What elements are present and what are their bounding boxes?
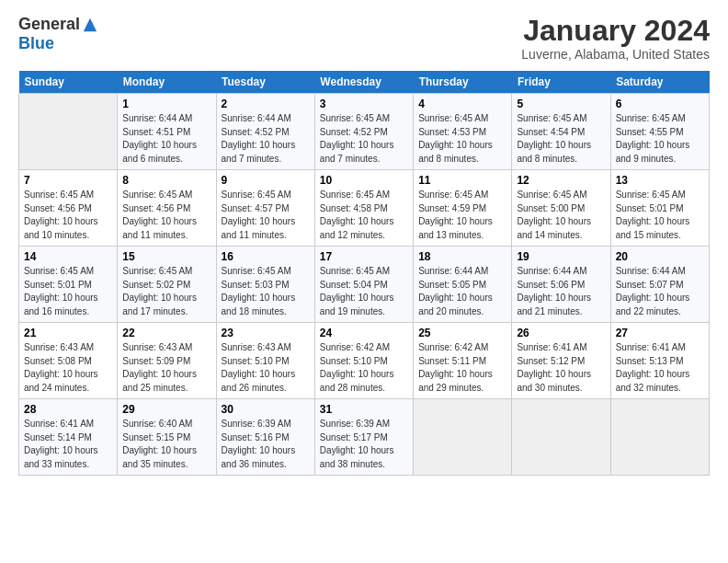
day-number: 10 — [320, 174, 408, 187]
calendar-cell: 10Sunrise: 6:45 AMSunset: 4:58 PMDayligh… — [314, 170, 413, 247]
day-number: 15 — [122, 250, 210, 263]
calendar-cell: 29Sunrise: 6:40 AMSunset: 5:15 PMDayligh… — [118, 399, 216, 476]
calendar-cell: 27Sunrise: 6:41 AMSunset: 5:13 PMDayligh… — [610, 323, 709, 399]
calendar-cell — [19, 94, 118, 170]
day-info: Sunrise: 6:45 AMSunset: 4:56 PMDaylight:… — [24, 189, 112, 242]
calendar-week-row: 7Sunrise: 6:45 AMSunset: 4:56 PMDaylight… — [19, 170, 710, 247]
day-info: Sunrise: 6:41 AMSunset: 5:12 PMDaylight:… — [517, 341, 605, 395]
day-number: 26 — [517, 327, 605, 339]
day-info: Sunrise: 6:45 AMSunset: 4:56 PMDaylight:… — [122, 189, 210, 242]
calendar-cell: 18Sunrise: 6:44 AMSunset: 5:05 PMDayligh… — [414, 247, 512, 323]
calendar-cell: 7Sunrise: 6:45 AMSunset: 4:56 PMDaylight… — [19, 170, 118, 247]
day-number: 19 — [517, 250, 605, 263]
day-info: Sunrise: 6:44 AMSunset: 5:06 PMDaylight:… — [517, 265, 605, 318]
day-number: 2 — [222, 98, 310, 110]
calendar-cell: 17Sunrise: 6:45 AMSunset: 5:04 PMDayligh… — [314, 247, 413, 323]
calendar-week-row: 14Sunrise: 6:45 AMSunset: 5:01 PMDayligh… — [19, 247, 710, 323]
calendar-cell: 11Sunrise: 6:45 AMSunset: 4:59 PMDayligh… — [414, 170, 512, 247]
weekday-header-saturday: Saturday — [610, 71, 709, 94]
header: General Blue January 2024 Luverne, Alaba… — [18, 15, 710, 62]
day-info: Sunrise: 6:45 AMSunset: 4:57 PMDaylight:… — [222, 189, 310, 242]
day-info: Sunrise: 6:45 AMSunset: 4:53 PMDaylight:… — [418, 112, 506, 166]
calendar-cell: 13Sunrise: 6:45 AMSunset: 5:01 PMDayligh… — [610, 170, 709, 247]
day-info: Sunrise: 6:42 AMSunset: 5:11 PMDaylight:… — [418, 341, 506, 395]
calendar-cell: 9Sunrise: 6:45 AMSunset: 4:57 PMDaylight… — [216, 170, 314, 247]
day-info: Sunrise: 6:43 AMSunset: 5:08 PMDaylight:… — [24, 341, 112, 395]
day-number: 24 — [320, 327, 408, 339]
day-number: 16 — [222, 250, 310, 263]
day-info: Sunrise: 6:43 AMSunset: 5:09 PMDaylight:… — [122, 341, 210, 395]
day-number: 28 — [24, 403, 112, 416]
day-info: Sunrise: 6:45 AMSunset: 4:52 PMDaylight:… — [320, 112, 408, 166]
day-number: 3 — [320, 98, 408, 110]
weekday-header-row: SundayMondayTuesdayWednesdayThursdayFrid… — [19, 71, 710, 94]
calendar-cell: 26Sunrise: 6:41 AMSunset: 5:12 PMDayligh… — [512, 323, 610, 399]
calendar-cell: 6Sunrise: 6:45 AMSunset: 4:55 PMDaylight… — [610, 94, 709, 170]
day-info: Sunrise: 6:45 AMSunset: 5:01 PMDaylight:… — [24, 265, 112, 318]
calendar-cell: 5Sunrise: 6:45 AMSunset: 4:54 PMDaylight… — [512, 94, 610, 170]
day-number: 4 — [418, 98, 506, 110]
day-number: 6 — [616, 98, 704, 110]
day-info: Sunrise: 6:42 AMSunset: 5:10 PMDaylight:… — [320, 341, 408, 395]
day-info: Sunrise: 6:45 AMSunset: 5:00 PMDaylight:… — [517, 189, 605, 242]
day-info: Sunrise: 6:45 AMSunset: 5:03 PMDaylight:… — [222, 265, 310, 318]
page: General Blue January 2024 Luverne, Alaba… — [0, 0, 728, 563]
day-number: 8 — [122, 174, 210, 187]
day-info: Sunrise: 6:45 AMSunset: 4:55 PMDaylight:… — [616, 112, 704, 166]
calendar-cell — [610, 399, 709, 476]
logo-blue: Blue — [18, 34, 54, 53]
day-number: 31 — [320, 403, 408, 416]
day-number: 25 — [418, 327, 506, 339]
day-number: 13 — [616, 174, 704, 187]
weekday-header-sunday: Sunday — [19, 71, 118, 94]
calendar-week-row: 28Sunrise: 6:41 AMSunset: 5:14 PMDayligh… — [19, 399, 710, 476]
calendar-cell: 12Sunrise: 6:45 AMSunset: 5:00 PMDayligh… — [512, 170, 610, 247]
day-number: 22 — [122, 327, 210, 339]
calendar-cell: 28Sunrise: 6:41 AMSunset: 5:14 PMDayligh… — [19, 399, 118, 476]
day-number: 17 — [320, 250, 408, 263]
day-info: Sunrise: 6:39 AMSunset: 5:17 PMDaylight:… — [320, 418, 408, 471]
day-info: Sunrise: 6:45 AMSunset: 5:01 PMDaylight:… — [616, 189, 704, 242]
calendar-cell: 21Sunrise: 6:43 AMSunset: 5:08 PMDayligh… — [19, 323, 118, 399]
day-info: Sunrise: 6:45 AMSunset: 4:54 PMDaylight:… — [517, 112, 605, 166]
month-title: January 2024 — [521, 15, 710, 47]
calendar-cell: 4Sunrise: 6:45 AMSunset: 4:53 PMDaylight… — [414, 94, 512, 170]
day-info: Sunrise: 6:41 AMSunset: 5:13 PMDaylight:… — [616, 341, 704, 395]
calendar-week-row: 1Sunrise: 6:44 AMSunset: 4:51 PMDaylight… — [19, 94, 710, 170]
logo-icon — [82, 17, 98, 33]
day-number: 14 — [24, 250, 112, 263]
calendar-table: SundayMondayTuesdayWednesdayThursdayFrid… — [18, 71, 710, 476]
calendar-cell — [414, 399, 512, 476]
day-number: 7 — [24, 174, 112, 187]
calendar-cell: 15Sunrise: 6:45 AMSunset: 5:02 PMDayligh… — [118, 247, 216, 323]
weekday-header-thursday: Thursday — [414, 71, 512, 94]
day-info: Sunrise: 6:45 AMSunset: 5:02 PMDaylight:… — [122, 265, 210, 318]
weekday-header-wednesday: Wednesday — [314, 71, 413, 94]
calendar-week-row: 21Sunrise: 6:43 AMSunset: 5:08 PMDayligh… — [19, 323, 710, 399]
day-number: 1 — [122, 98, 210, 110]
calendar-cell: 3Sunrise: 6:45 AMSunset: 4:52 PMDaylight… — [314, 94, 413, 170]
location-subtitle: Luverne, Alabama, United States — [521, 47, 710, 62]
day-number: 5 — [517, 98, 605, 110]
weekday-header-friday: Friday — [512, 71, 610, 94]
logo-general: General — [18, 15, 80, 34]
weekday-header-tuesday: Tuesday — [216, 71, 314, 94]
day-info: Sunrise: 6:41 AMSunset: 5:14 PMDaylight:… — [24, 418, 112, 471]
day-number: 20 — [616, 250, 704, 263]
day-number: 30 — [222, 403, 310, 416]
day-info: Sunrise: 6:44 AMSunset: 4:51 PMDaylight:… — [122, 112, 210, 166]
day-info: Sunrise: 6:43 AMSunset: 5:10 PMDaylight:… — [222, 341, 310, 395]
day-number: 23 — [222, 327, 310, 339]
calendar-cell: 24Sunrise: 6:42 AMSunset: 5:10 PMDayligh… — [314, 323, 413, 399]
day-number: 18 — [418, 250, 506, 263]
day-info: Sunrise: 6:44 AMSunset: 5:07 PMDaylight:… — [616, 265, 704, 318]
svg-marker-0 — [84, 17, 97, 30]
day-number: 11 — [418, 174, 506, 187]
day-info: Sunrise: 6:44 AMSunset: 4:52 PMDaylight:… — [222, 112, 310, 166]
calendar-cell: 14Sunrise: 6:45 AMSunset: 5:01 PMDayligh… — [19, 247, 118, 323]
day-number: 27 — [616, 327, 704, 339]
day-info: Sunrise: 6:45 AMSunset: 4:59 PMDaylight:… — [418, 189, 506, 242]
calendar-cell: 1Sunrise: 6:44 AMSunset: 4:51 PMDaylight… — [118, 94, 216, 170]
calendar-cell — [512, 399, 610, 476]
day-info: Sunrise: 6:45 AMSunset: 5:04 PMDaylight:… — [320, 265, 408, 318]
